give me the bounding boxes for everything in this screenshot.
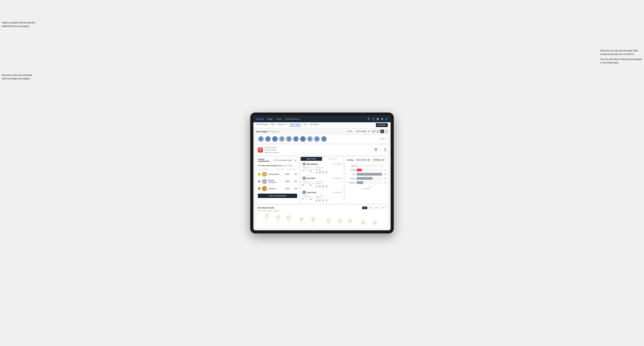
least-active-tab[interactable]: Least Active bbox=[322, 157, 343, 161]
tab-team-clippd[interactable]: Team Clippd bbox=[290, 123, 301, 127]
lb-score-2: 18/20 bbox=[282, 180, 290, 182]
lb-name-2: Edward Crossman bbox=[268, 179, 281, 183]
streak-dot-2: 6x bbox=[276, 215, 280, 227]
tab-hcaps[interactable]: Hcaps 1-5 bbox=[278, 123, 287, 127]
player-avatar-5[interactable]: 👤 bbox=[286, 136, 292, 142]
player-filter-select[interactable]: All Players bbox=[372, 158, 385, 162]
most-active-tab[interactable]: Most Active bbox=[301, 157, 322, 161]
streak-dot-8: 4x bbox=[348, 219, 352, 227]
grid-view-icon[interactable]: ⊞ bbox=[372, 130, 376, 133]
activity-card: Most Active Least Active BM Blair McHarg… bbox=[300, 157, 344, 204]
view-full-leaderboard-button[interactable]: View Full Leaderboard bbox=[258, 194, 297, 198]
tablet-frame: clippd Home Teams My Performance 🔍 👤 🔔 ⚙… bbox=[250, 113, 394, 233]
drill-select[interactable]: PUTT Must Make Putting... bbox=[272, 159, 297, 162]
pars-fill bbox=[357, 173, 382, 176]
pa-putt-1: PUTT1 bbox=[325, 170, 328, 173]
player-avatar-3[interactable]: 👤 bbox=[272, 136, 278, 142]
active-player-1-header: BM Blair McHarg 26 Aug 2023 bbox=[302, 162, 342, 166]
player-avatar-4[interactable]: 👤 bbox=[279, 136, 285, 142]
pa-arg-2: ARG0 bbox=[322, 184, 324, 188]
streak-btn-app[interactable]: APP bbox=[368, 206, 373, 209]
birdies-label: Birdies bbox=[347, 169, 356, 171]
lb-row-3: 3 CA Cameron... 17/20 103 bbox=[256, 185, 299, 192]
y-label-bot: 2 bbox=[258, 223, 258, 225]
settings-icon[interactable]: ⚙️ bbox=[381, 118, 384, 120]
streak-dot-1: 7x bbox=[265, 214, 268, 227]
pa-ott-3: OTT0 bbox=[316, 199, 318, 202]
tab-tour[interactable]: Tour bbox=[304, 123, 307, 127]
active-avatar-2: RB bbox=[302, 176, 306, 180]
streak-dot-circle-1: 7x bbox=[265, 214, 268, 217]
streak-dot-line-2 bbox=[278, 219, 278, 227]
streak-btn-arg[interactable]: ARG bbox=[374, 206, 380, 209]
pa-putt-3: PUTT1 bbox=[325, 199, 328, 202]
nav-home[interactable]: Home bbox=[268, 118, 272, 120]
search-icon[interactable]: 🔍 bbox=[368, 118, 370, 120]
player-avatar-7[interactable]: 👤 bbox=[300, 136, 306, 142]
x-label-0: 0 bbox=[357, 185, 357, 187]
add-team-button[interactable]: Add Team bbox=[376, 123, 388, 127]
practice-rounds-3: Practice 2 bbox=[310, 197, 315, 200]
lb-score-3: 17/20 bbox=[282, 188, 290, 190]
active-date-1: 26 Aug 2023 bbox=[333, 163, 342, 165]
bar-eagles: Eagles 3 bbox=[347, 165, 386, 167]
lb-period: Last 3 months bbox=[282, 165, 292, 167]
shot-badge-unit: SC bbox=[259, 150, 262, 152]
sort-icon[interactable]: ↕ bbox=[385, 130, 388, 133]
bell-icon[interactable]: 🔔 bbox=[376, 118, 379, 120]
nav-my-performance[interactable]: My Performance bbox=[285, 118, 300, 120]
team-header: Team Clippd 14 Players ✏️ Show: Last 3 m… bbox=[256, 130, 388, 133]
player-avatar-2[interactable]: 👤 bbox=[265, 136, 271, 142]
total-rounds-group-3: Total Rounds Tournament 7 Practice 2 bbox=[302, 195, 315, 202]
player-avatar-8[interactable]: 👤 bbox=[307, 136, 313, 142]
pa-arg-1: ARG0 bbox=[322, 170, 324, 173]
shot-val-2: 0 bbox=[384, 148, 386, 151]
practice-rounds-2: Practice 4 bbox=[310, 183, 315, 186]
player-avatar-1[interactable]: 👤 bbox=[258, 136, 264, 142]
streak-dot-6: 4x bbox=[327, 219, 330, 227]
streak-btn-ott[interactable]: OTT bbox=[362, 206, 367, 209]
streak-btn-putt[interactable]: PUTT bbox=[380, 206, 386, 209]
user-avatar-icon[interactable]: 👤 bbox=[385, 118, 388, 120]
total-rounds-label-3: Total Rounds bbox=[302, 195, 315, 197]
rank-badge-1: 1 bbox=[258, 173, 260, 176]
rounds-sub-3: Tournament 7 Practice 2 bbox=[302, 197, 315, 200]
bar-pars: Pars 499 bbox=[347, 173, 386, 176]
show-control: Show: Last 3 months Last 6 months Last y… bbox=[348, 130, 388, 133]
nav-teams[interactable]: Teams bbox=[276, 118, 282, 120]
show-label: Show: bbox=[348, 130, 352, 132]
edit-icon[interactable]: ✏️ bbox=[278, 131, 280, 133]
start-lie: Start Lie: Rough bbox=[264, 149, 279, 151]
tablet-screen: clippd Home Teams My Performance 🔍 👤 🔔 ⚙… bbox=[254, 116, 390, 230]
rank-badge-3: 3 bbox=[258, 187, 260, 190]
list-view-icon[interactable]: ☰ bbox=[376, 130, 380, 133]
player-avatar-6[interactable]: 👤 bbox=[293, 136, 299, 142]
active-date-2: 02 Sep 2023 bbox=[333, 177, 342, 179]
total-rounds-label-1: Total Rounds bbox=[302, 167, 315, 169]
tab-pgat-players[interactable]: PGAT Players bbox=[256, 123, 268, 127]
tpa-label-1: Total Practice Activities bbox=[316, 167, 328, 170]
streak-dot-circle-8: 4x bbox=[348, 219, 352, 222]
active-date-3: 26 Aug 2023 bbox=[333, 191, 342, 193]
practice-leaderboard-card: Practice Leaderboards PUTT Must Make Put… bbox=[256, 157, 299, 204]
pa-grid-1: OTT0 APP0 ARG0 PUTT1 bbox=[316, 170, 328, 173]
shot-info: Shot Dist: 16 yds Start Lie: Rough End L… bbox=[264, 146, 279, 154]
content-area: Team Clippd 14 Players ✏️ Show: Last 3 m… bbox=[254, 128, 390, 230]
par-filter-select[interactable]: Par 3, 4 & 5s bbox=[355, 158, 370, 162]
lb-avg-1: 110 bbox=[291, 173, 297, 175]
lb-col-headers: PLAYER NAME PB SCORE PB AVG SQ bbox=[256, 168, 299, 171]
streak-dot-4: 5x bbox=[300, 217, 303, 227]
chart-x-title: Total Shots bbox=[347, 188, 386, 190]
show-select[interactable]: Last 3 months Last 6 months Last year bbox=[354, 130, 371, 133]
active-player-3-header: JC Josh Coles 26 Aug 2023 bbox=[302, 191, 342, 194]
tab-pga[interactable]: PGA bbox=[271, 123, 275, 127]
streak-dot-circle-3: 6x bbox=[287, 215, 290, 219]
shot-val-1: 16 bbox=[374, 148, 377, 151]
person-icon[interactable]: 👤 bbox=[372, 118, 375, 120]
active-player-1-name-group: BM Blair McHarg bbox=[302, 162, 318, 166]
player-avatar-9[interactable]: 👤 bbox=[314, 136, 320, 142]
tab-all-players[interactable]: All Players bbox=[310, 123, 320, 127]
card-view-icon[interactable]: ▦ bbox=[380, 130, 384, 133]
pa-arg-3: ARG0 bbox=[322, 199, 324, 202]
player-avatar-10[interactable]: 👤 bbox=[321, 136, 327, 142]
